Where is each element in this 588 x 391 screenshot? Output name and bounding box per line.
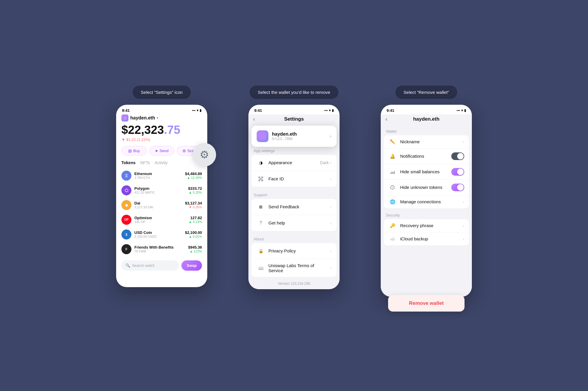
token-name-dai: Dai — [134, 201, 185, 205]
tab-nfts[interactable]: NFTs — [140, 160, 150, 165]
status-bar-2: 9:41 ▪▪▪ ▾ ▮ — [248, 105, 340, 114]
nickname-icon: ✏️ — [388, 139, 397, 144]
hide-small-balances-toggle[interactable] — [451, 168, 464, 176]
token-change-eth: ▲ 12.29% — [185, 176, 202, 179]
hide-unknown-tokens-toggle[interactable] — [451, 184, 464, 191]
app-settings-group: ◑ Appearance Dark › Face ID › — [251, 155, 337, 187]
appearance-icon: ◑ — [257, 159, 265, 167]
action-buttons: ▤ Buy ➤ Send ⊞ Scan — [121, 146, 202, 156]
faceid-item[interactable]: Face ID › — [251, 171, 337, 187]
faceid-label: Face ID — [268, 176, 330, 181]
svg-rect-2 — [259, 133, 266, 139]
buy-button[interactable]: ▤ Buy — [121, 146, 147, 156]
settings-back-button[interactable]: ‹ — [253, 116, 255, 122]
svg-rect-5 — [259, 180, 260, 181]
list-item[interactable]: F Friends With Benefits 78 FWB $945.36 ▲… — [121, 242, 202, 256]
search-bar: 🔍 Search web3 Swap — [121, 260, 202, 271]
tab-activity[interactable]: Activity — [155, 160, 168, 165]
list-item[interactable]: ◈ Dai 3,127.33 DAI $3,127.34 ▼ 0.35% — [121, 198, 202, 212]
notifications-item[interactable]: 🔔 Notifications — [384, 149, 469, 164]
token-value-fwb: $945.36 — [188, 245, 202, 249]
svg-text:⬡: ⬡ — [124, 117, 126, 120]
remove-wallet-button[interactable]: Remove wallet — [388, 295, 465, 312]
wallet-card-item[interactable]: hayden.eth 0×123...7890 › — [251, 126, 337, 147]
wallet-detail-back-button[interactable]: ‹ — [385, 116, 387, 122]
privacy-chevron-icon: › — [330, 249, 331, 253]
token-name-matic: Polygon — [134, 186, 188, 191]
token-price-eth: $4,484.89 ▲ 12.29% — [185, 172, 202, 179]
wallet-avatar: ⬡ — [121, 114, 128, 122]
notifications-toggle[interactable] — [451, 152, 464, 160]
appearance-chevron-icon: › — [330, 160, 331, 165]
hide-unknown-tokens-icon: ? — [388, 185, 397, 190]
token-amount-op: 145 OP — [134, 220, 189, 224]
search-placeholder: Search web3 — [132, 263, 154, 268]
notifications-label: Notifications — [400, 154, 451, 159]
about-group: 🔒 Privacy Policy › 📖 Uniswap Labs Terms … — [251, 243, 337, 277]
token-price-fwb: $945.36 ▲ 123% — [188, 245, 202, 253]
wallet-header[interactable]: ⬡ hayden.eth ▾ — [121, 114, 202, 122]
token-name-fwb: Friends With Benefits — [134, 245, 188, 249]
status-time-3: 9:41 — [387, 108, 394, 113]
token-name-op: Optimism — [134, 216, 189, 220]
security-detail-group: 🔑 Recovery phrase › ☁️ iCloud backup › — [384, 219, 469, 245]
search-input[interactable]: 🔍 Search web3 — [121, 260, 179, 271]
icloud-backup-icon: ☁️ — [388, 236, 397, 242]
hide-unknown-tokens-item[interactable]: ? Hide unknown tokens — [384, 180, 469, 195]
list-item[interactable]: ⬡ Polygon 412.10 MATIC $333.72 ▲ 5.20% — [121, 183, 202, 197]
scan-icon: ⊞ — [183, 149, 186, 153]
hide-small-balances-label: Hide small balances — [400, 169, 451, 174]
recovery-phrase-item[interactable]: 🔑 Recovery phrase › — [384, 219, 469, 232]
token-list: Ξ Ethereum 3.789 ETH $4,484.89 ▲ 12.29% — [121, 169, 202, 256]
list-item[interactable]: $ USD Coin 2,100.00 USDC $2,100.00 ▲ 0.0… — [121, 227, 202, 242]
faceid-chevron-icon: › — [330, 177, 331, 181]
terms-item[interactable]: 📖 Uniswap Labs Terms of Service › — [251, 259, 337, 277]
help-icon: ? — [257, 219, 265, 227]
nickname-item[interactable]: ✏️ Nickname › — [384, 135, 469, 149]
list-item[interactable]: OP Optimism 145 OP 127.82 ▲ 4.13% — [121, 213, 202, 227]
manage-connections-icon: 🌐 — [388, 199, 397, 204]
wallet-section-label: Wallet — [381, 126, 472, 135]
tabs-row: Tokens NFTs Activity — [121, 160, 202, 165]
token-amount-dai: 3,127.33 DAI — [134, 205, 185, 209]
help-item[interactable]: ? Get help › — [251, 215, 337, 231]
signal-icon: ▪▪▪ — [457, 109, 460, 112]
send-button[interactable]: ➤ Send — [149, 146, 174, 156]
token-amount-fwb: 78 FWB — [134, 249, 188, 253]
feedback-item[interactable]: ⊞ Send Feedback › — [251, 199, 337, 215]
phone-1: 9:41 ▪▪▪ ▾ ▮ ⬡ hayden.eth ▾ — [116, 105, 207, 287]
version-text: Version 123.234.290 — [248, 278, 340, 289]
wifi-icon: ▾ — [329, 109, 331, 112]
tab-tokens[interactable]: Tokens — [121, 160, 136, 165]
main-container: Select "Settings" icon 9:41 ▪▪▪ ▾ ▮ — [88, 86, 500, 306]
phone2-body: ‹ Settings hayden.eth 0×123...7890 › App… — [248, 114, 340, 289]
manage-connections-item[interactable]: 🌐 Manage connections › — [384, 195, 469, 208]
hide-small-balances-item[interactable]: Hide small balances — [384, 164, 469, 180]
feedback-chevron-icon: › — [330, 204, 331, 209]
nickname-label: Nickname — [400, 139, 461, 144]
support-group: ⊞ Send Feedback › ? Get help › — [251, 199, 337, 231]
phone3-body: ‹ hayden.eth Wallet ✏️ Nickname › 🔔 — [381, 114, 472, 297]
recovery-phrase-icon: 🔑 — [388, 223, 397, 228]
privacy-item[interactable]: 🔒 Privacy Policy › — [251, 243, 337, 259]
wallet-card-avatar — [257, 130, 268, 142]
token-amount-eth: 3.789 ETH — [134, 176, 185, 179]
settings-gear-overlay[interactable]: ⚙ — [193, 143, 216, 167]
privacy-label: Privacy Policy — [268, 248, 330, 253]
token-info-op: Optimism 145 OP — [134, 216, 189, 224]
status-icons-1: ▪▪▪ ▾ ▮ — [192, 109, 201, 112]
token-info-matic: Polygon 412.10 MATIC — [134, 186, 188, 194]
phone1-body: ⬡ hayden.eth ▾ $22,323.75 ▼ $1.22 (1.22%… — [116, 114, 207, 276]
settings-header: ‹ Settings — [248, 114, 340, 126]
balance-cents: .75 — [164, 123, 181, 136]
swap-button[interactable]: Swap — [181, 260, 202, 271]
wifi-icon: ▾ — [461, 109, 463, 112]
help-chevron-icon: › — [330, 221, 331, 225]
wallet-card-info: hayden.eth 0×123...7890 — [272, 132, 330, 141]
balance-display: $22,323.75 — [121, 123, 202, 136]
list-item[interactable]: Ξ Ethereum 3.789 ETH $4,484.89 ▲ 12.29% — [121, 169, 202, 183]
icloud-backup-item[interactable]: ☁️ iCloud backup › — [384, 232, 469, 245]
dai-icon: ◈ — [121, 200, 131, 210]
token-change-op: ▲ 4.13% — [189, 220, 202, 224]
appearance-item[interactable]: ◑ Appearance Dark › — [251, 155, 337, 171]
